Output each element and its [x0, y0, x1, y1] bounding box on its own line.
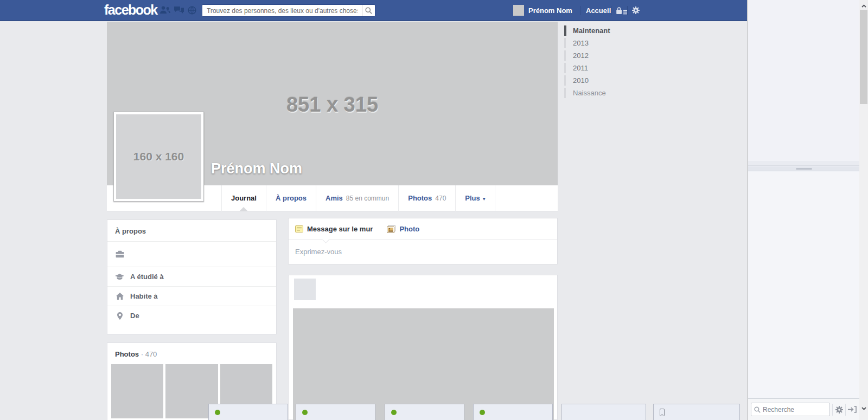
- about-row-lives[interactable]: Habite à: [107, 286, 276, 306]
- status-input[interactable]: [289, 240, 557, 263]
- chevron-down-icon: [861, 407, 866, 410]
- chat-tab[interactable]: [385, 404, 464, 420]
- scroll-up-arrow[interactable]: [859, 2, 868, 10]
- messages-button[interactable]: [174, 7, 184, 14]
- tab-plus-dropdown[interactable]: Plus▾: [455, 185, 495, 211]
- scroll-down-arrow[interactable]: [859, 405, 868, 412]
- chat-tab[interactable]: [208, 404, 288, 420]
- friend-requests-icon: [160, 6, 170, 14]
- about-box-title: À propos: [107, 220, 276, 241]
- chevron-up-icon: [861, 4, 866, 8]
- chat-search-field: [751, 403, 830, 416]
- footer-divider: [845, 404, 846, 416]
- tab-photos[interactable]: Photos470: [398, 185, 455, 211]
- timeline-tick: [564, 38, 566, 48]
- timeline-tick: [564, 88, 566, 98]
- notifications-button[interactable]: [188, 6, 196, 15]
- facebook-logo[interactable]: facebook: [104, 2, 157, 18]
- friend-requests-button[interactable]: [160, 6, 170, 14]
- privacy-shortcuts-button[interactable]: [616, 7, 628, 15]
- timeline-post: [288, 275, 558, 420]
- privacy-lock-icon: [616, 7, 628, 15]
- ticker-resize-handle[interactable]: [748, 166, 859, 171]
- composer-tabs: Message sur le mur Photo: [289, 218, 557, 240]
- settings-gear-icon: [632, 7, 640, 14]
- global-search-bar: [202, 4, 375, 17]
- home-link[interactable]: Accueil: [586, 7, 611, 15]
- chat-sidebar: [748, 0, 859, 420]
- header-avatar[interactable]: [513, 5, 524, 16]
- chat-settings-button[interactable]: [835, 403, 844, 417]
- settings-menu-button[interactable]: [632, 7, 640, 14]
- active-tab-caret: [239, 207, 248, 211]
- about-row-from[interactable]: De: [107, 306, 276, 325]
- drag-handle: [796, 168, 812, 170]
- mobile-icon: [660, 409, 665, 416]
- briefcase-icon: [115, 250, 124, 258]
- online-dot: [215, 410, 220, 415]
- note-icon: [295, 225, 303, 233]
- online-dot: [480, 410, 485, 415]
- chat-search-input[interactable]: [763, 406, 827, 413]
- header-user-name[interactable]: Prénom Nom: [528, 7, 572, 15]
- search-input[interactable]: [202, 5, 362, 16]
- timeline-nav-2013[interactable]: 2013: [564, 37, 610, 49]
- timeline-nav-naissance[interactable]: Naissance: [564, 87, 610, 99]
- ticker-divider: [748, 161, 859, 166]
- chat-tab[interactable]: [296, 404, 375, 420]
- hide-sidebar-icon: [848, 406, 857, 413]
- search-icon: [365, 7, 372, 14]
- profile-picture-placeholder-label: 160 x 160: [116, 114, 201, 199]
- photo-placeholder[interactable]: [111, 364, 163, 418]
- home-icon: [115, 293, 124, 300]
- chat-sidebar-footer: [748, 398, 859, 420]
- timeline-nav-2010[interactable]: 2010: [564, 74, 610, 87]
- about-row-studied[interactable]: A étudié à: [107, 267, 276, 286]
- footer-divider: [832, 404, 833, 416]
- about-row-work[interactable]: [107, 241, 276, 267]
- tab-a-propos[interactable]: À propos: [266, 185, 316, 211]
- facebook-profile-page: facebook Prénom Nom: [0, 0, 868, 420]
- profile-picture[interactable]: 160 x 160: [113, 112, 204, 202]
- notifications-globe-icon: [188, 6, 196, 15]
- composer-tab-photo[interactable]: Photo: [387, 225, 419, 233]
- scrollbar-thumb[interactable]: [860, 10, 867, 104]
- online-dot: [302, 410, 308, 415]
- chevron-down-icon: ▾: [483, 196, 486, 202]
- profile-name: Prénom Nom: [211, 160, 302, 177]
- chat-tab[interactable]: [561, 404, 646, 420]
- header-divider: [611, 6, 611, 15]
- timeline-nav-2012[interactable]: 2012: [564, 49, 610, 62]
- timeline-tick: [564, 50, 566, 61]
- search-button[interactable]: [362, 5, 375, 16]
- location-pin-icon: [115, 312, 124, 320]
- window-scrollbar: [859, 0, 868, 420]
- settings-gear-icon: [835, 406, 843, 413]
- timeline-tick: [564, 75, 566, 86]
- search-icon: [754, 406, 761, 413]
- hide-sidebar-button[interactable]: [848, 403, 857, 417]
- timeline-tick: [564, 63, 566, 73]
- tab-journal[interactable]: Journal: [221, 185, 266, 211]
- timeline-nav-2011[interactable]: 2011: [564, 62, 610, 74]
- chat-tab-mobile[interactable]: [653, 404, 740, 420]
- post-composer: Message sur le mur Photo: [288, 218, 558, 264]
- post-author-avatar[interactable]: [294, 279, 316, 300]
- timeline-year-nav: Maintenant 2013 2012 2011 2010 Naissance: [564, 24, 610, 99]
- photo-icon: [387, 225, 395, 233]
- header-divider: [627, 6, 628, 15]
- photos-box-title: Photos: [115, 350, 139, 358]
- composer-tab-wall-message[interactable]: Message sur le mur: [295, 225, 373, 233]
- graduation-cap-icon: [115, 274, 124, 280]
- chat-contact-list: [748, 172, 859, 398]
- timeline-nav-maintenant[interactable]: Maintenant: [564, 24, 610, 37]
- timeline-tick: [564, 25, 566, 36]
- about-box: À propos A étudié à Habite à De: [107, 219, 277, 334]
- messages-icon: [174, 7, 184, 14]
- photos-box-header[interactable]: Photos · 470: [107, 343, 276, 364]
- tab-amis[interactable]: Amis85 en commun: [316, 185, 398, 211]
- top-navigation-bar: facebook Prénom Nom: [0, 0, 747, 21]
- ticker-pane: [748, 0, 859, 161]
- header-divider: [580, 6, 580, 15]
- chat-tab[interactable]: [473, 404, 553, 420]
